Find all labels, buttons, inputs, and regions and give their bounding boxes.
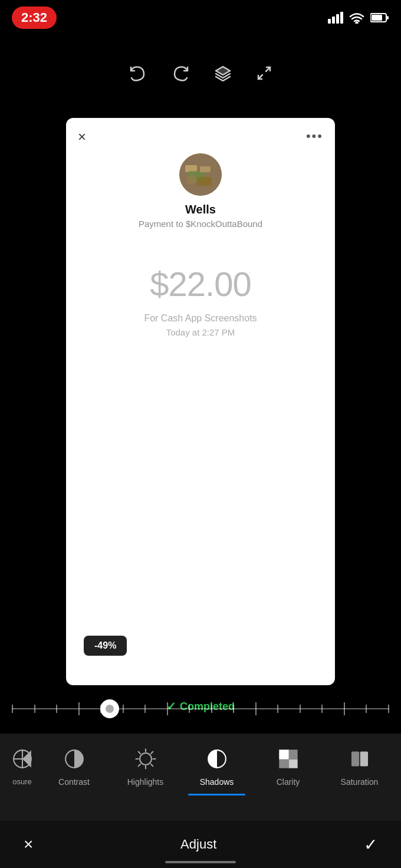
tool-panel: osure Contrast: [0, 734, 401, 821]
undo-button[interactable]: [129, 65, 147, 86]
svg-rect-31: [360, 752, 367, 767]
tick-8: [167, 702, 168, 715]
tick-7: [144, 705, 146, 713]
svg-rect-29: [288, 760, 297, 768]
svg-rect-26: [279, 749, 289, 760]
tick-16: [344, 702, 345, 715]
tick-13: [277, 705, 278, 713]
svg-rect-6: [372, 15, 382, 21]
battery-icon: [370, 12, 389, 23]
svg-line-21: [138, 752, 140, 754]
shadows-label: Shadows: [200, 777, 234, 787]
tick-17: [366, 705, 367, 713]
layers-button[interactable]: [213, 65, 232, 86]
svg-line-22: [151, 764, 153, 766]
svg-rect-30: [351, 752, 359, 767]
contrast-label: Contrast: [58, 777, 90, 787]
tick-12: [255, 702, 257, 715]
slider-ticks: [12, 702, 389, 715]
highlights-icon: [132, 745, 159, 772]
svg-point-16: [140, 753, 152, 765]
shadows-icon: [203, 745, 231, 772]
svg-point-4: [356, 22, 358, 24]
wifi-icon: [349, 12, 364, 24]
status-icons: [328, 12, 389, 24]
transaction-timestamp: Today at 2:27 PM: [166, 327, 235, 337]
slider-track[interactable]: [12, 708, 389, 709]
saturation-icon: [346, 745, 373, 772]
avatar: [179, 153, 222, 196]
active-indicator: [188, 794, 245, 795]
svg-rect-13: [197, 177, 212, 186]
tick-3: [56, 705, 57, 713]
adjust-title: Adjust: [180, 837, 216, 852]
slider-area[interactable]: [0, 685, 401, 732]
transaction-description: For Cash App Screenshots: [144, 313, 257, 324]
tool-item-saturation[interactable]: Saturation: [324, 741, 395, 787]
close-button[interactable]: ×: [78, 129, 86, 145]
amount-display: $22.00: [150, 264, 251, 304]
svg-line-24: [138, 764, 140, 766]
home-indicator: [165, 861, 236, 863]
highlights-label: Highlights: [127, 777, 163, 787]
tool-item-contrast[interactable]: Contrast: [38, 741, 110, 787]
tool-item-exposure[interactable]: osure: [6, 741, 38, 786]
status-bar: 2:32: [0, 0, 401, 35]
tick-4: [78, 702, 80, 715]
percent-badge: -49%: [84, 636, 127, 656]
tick-15: [321, 705, 323, 713]
exposure-label: osure: [12, 777, 32, 786]
exposure-icon: [9, 745, 36, 772]
top-toolbar: [0, 65, 401, 86]
tool-item-highlights[interactable]: Highlights: [110, 741, 181, 787]
more-button[interactable]: •••: [306, 129, 323, 144]
payment-description: Payment to $KnockOuttaBound: [139, 219, 262, 229]
tick-18: [388, 705, 389, 713]
svg-rect-0: [328, 19, 331, 24]
clarity-label: Clarity: [277, 777, 300, 787]
contrast-icon: [61, 745, 88, 772]
slider-thumb[interactable]: [100, 699, 119, 718]
tick-10: [211, 705, 212, 713]
expand-button[interactable]: [256, 65, 272, 86]
tick-9: [189, 705, 190, 713]
svg-rect-3: [340, 12, 343, 24]
payment-card: × ••• Wells Payment to $KnockOuttaBound …: [66, 118, 335, 685]
svg-rect-2: [336, 14, 339, 24]
svg-rect-27: [288, 749, 297, 760]
signal-icon: [328, 12, 343, 24]
svg-point-12: [186, 175, 196, 185]
tick-11: [233, 705, 234, 713]
svg-rect-1: [332, 17, 335, 24]
tick-6: [123, 705, 124, 713]
tick-1: [12, 705, 13, 713]
tool-items-container: osure Contrast: [0, 741, 401, 795]
time-display: 2:32: [12, 6, 57, 29]
tool-item-clarity[interactable]: Clarity: [252, 741, 324, 787]
tick-2: [34, 705, 35, 713]
svg-rect-28: [279, 760, 289, 768]
saturation-label: Saturation: [341, 777, 379, 787]
svg-rect-7: [387, 16, 389, 19]
svg-rect-11: [200, 166, 211, 172]
account-name: Wells: [185, 203, 216, 216]
cancel-button[interactable]: ×: [24, 835, 33, 854]
svg-line-23: [151, 752, 153, 754]
clarity-icon: [275, 745, 302, 772]
redo-button[interactable]: [171, 65, 190, 86]
tool-item-shadows[interactable]: Shadows: [181, 741, 252, 795]
confirm-button[interactable]: ✓: [364, 835, 377, 854]
tick-14: [300, 705, 301, 713]
